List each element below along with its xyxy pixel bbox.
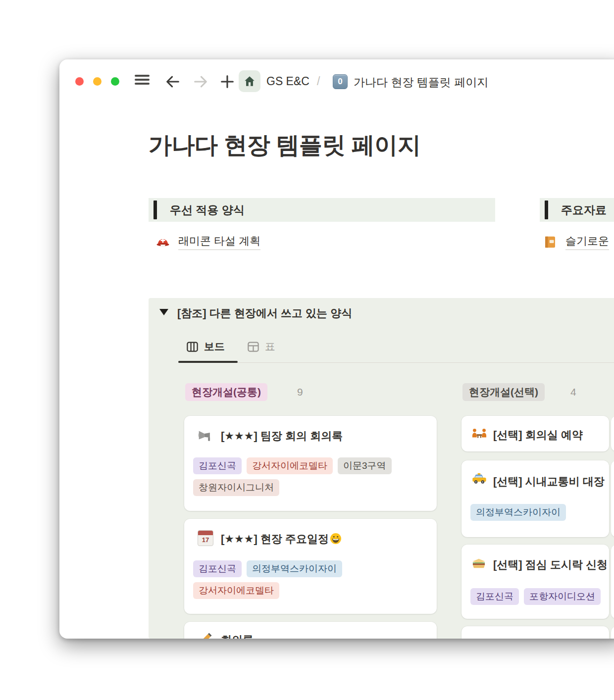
card-title: [선택] 회의실 예약 [493, 428, 609, 443]
toggle-title[interactable]: [참조] 다른 현장에서 쓰고 있는 양식 [177, 306, 352, 321]
card-sliver [611, 416, 614, 451]
column-badge-optional[interactable]: 현장개설(선택) [462, 383, 545, 401]
tag-gangseo-xi-ecodelta: 강서자이에코델타 [193, 582, 279, 599]
right-heading-block: 주요자료 [540, 198, 614, 222]
card-title: [선택] 점심 도시락 신청 [493, 557, 609, 572]
breadcrumb-workspace[interactable]: GS E&C [266, 75, 309, 88]
sidebar-menu-button[interactable] [135, 73, 150, 87]
traffic-light-minimize[interactable] [93, 77, 102, 86]
tab-board-label: 보드 [204, 340, 225, 353]
meeting-people-icon [471, 427, 487, 440]
traffic-light-zoom[interactable] [111, 77, 119, 86]
hamburger-icon [135, 73, 150, 87]
tag-gimpo-singok: 김포신곡 [193, 560, 242, 577]
card-title: [★★★] 팀장 회의 회의록 [221, 429, 433, 444]
arrow-left-icon [164, 73, 181, 90]
new-page-button[interactable] [219, 73, 236, 90]
card-site-key-schedule[interactable]: 17 [★★★] 현장 주요일정 김포신곡 의정부역스카이자이 강서자이에코델타 [184, 519, 437, 614]
right-heading: 주요자료 [561, 202, 607, 218]
card-tags: 김포신곡 포항자이디오션 [470, 588, 609, 605]
writing-hand-icon [198, 632, 213, 639]
card-sliver [611, 460, 614, 537]
arrow-right-icon [192, 73, 209, 90]
column-count-common: 9 [297, 386, 303, 398]
tag-gangseo-xi-ecodelta: 강서자이에코델타 [247, 457, 333, 474]
breadcrumb-page-title[interactable]: 가나다 현장 템플릿 페이지 [354, 75, 488, 90]
grinning-face-icon [330, 533, 342, 545]
app-window: GS E&C / 0 가나다 현장 템플릿 페이지 가나다 현장 템플릿 페이지… [59, 59, 614, 639]
tab-board[interactable]: 보드 [186, 340, 225, 353]
megaphone-icon [197, 428, 213, 443]
active-tab-underline [178, 361, 238, 363]
card-clipped-bottom[interactable] [461, 626, 609, 639]
board-view-icon [186, 340, 199, 353]
link-wise[interactable]: 슬기로운 [565, 234, 609, 250]
traffic-light-close[interactable] [75, 77, 84, 86]
calendar-17-icon: 17 [198, 530, 213, 546]
page-title: 가나다 현장 템플릿 페이지 [149, 130, 420, 161]
card-city-transport-ledger[interactable]: [선택] 시내교통비 대장 의정부역스카이자이 [461, 460, 609, 537]
card-title: [선택] 시내교통비 대장 [493, 474, 609, 489]
tab-table[interactable]: 표 [247, 340, 275, 353]
sandwich-icon [471, 557, 486, 569]
home-icon [243, 75, 256, 88]
tag-imun3-district: 이문3구역 [338, 457, 392, 474]
tag-gimpo-singok: 김포신곡 [470, 588, 519, 605]
quote-bar [545, 200, 548, 219]
link-remicon-plan[interactable]: 래미콘 타설 계획 [178, 234, 260, 250]
card-tags: 김포신곡 강서자이에코델타 이문3구역 창원자이시그니처 [193, 457, 429, 496]
screenshot-canvas: GS E&C / 0 가나다 현장 템플릿 페이지 가나다 현장 템플릿 페이지… [0, 0, 614, 700]
card-title: 회의록 [221, 633, 433, 639]
left-heading: 우선 적용 양식 [170, 202, 245, 218]
card-sliver [611, 545, 614, 619]
tag-gimpo-singok: 김포신곡 [193, 457, 242, 474]
taxi-icon [471, 472, 487, 484]
home-button[interactable] [239, 70, 260, 92]
card-tags: 김포신곡 의정부역스카이자이 강서자이에코델타 [193, 560, 429, 599]
forward-button[interactable] [192, 73, 209, 90]
tag-uijeongbu-sky-xi: 의정부역스카이자이 [470, 504, 566, 521]
plus-icon [219, 73, 236, 90]
card-team-meeting-notes[interactable]: [★★★] 팀장 회의 회의록 김포신곡 강서자이에코델타 이문3구역 창원자이… [184, 416, 437, 511]
left-heading-block: 우선 적용 양식 [149, 198, 495, 222]
toggle-section: [참조] 다른 현장에서 쓰고 있는 양식 보드 표 현장개설(공통) 9 현장… [149, 298, 614, 639]
table-view-icon [247, 340, 260, 353]
tag-changwon-xi-signature: 창원자이시그니처 [193, 479, 279, 496]
tab-table-label: 표 [265, 340, 275, 353]
card-title: [★★★] 현장 주요일정 [221, 532, 433, 547]
tag-uijeongbu-sky-xi: 의정부역스카이자이 [247, 560, 342, 577]
breadcrumb-separator: / [317, 75, 320, 88]
quote-bar [154, 200, 157, 219]
card-meeting-notes-clipped[interactable]: 회의록 [184, 622, 437, 639]
card-meeting-room-booking[interactable]: [선택] 회의실 예약 [461, 416, 609, 451]
card-tags: 의정부역스카이자이 [470, 504, 609, 521]
back-button[interactable] [164, 73, 181, 90]
card-sliver [611, 626, 614, 639]
column-badge-common[interactable]: 현장개설(공통) [185, 383, 267, 401]
tabs-divider [178, 362, 614, 363]
keycap-zero-icon: 0 [333, 74, 348, 89]
card-lunchbox-request[interactable]: [선택] 점심 도시락 신청 김포신곡 포항자이디오션 [461, 545, 609, 619]
tag-pohang-xi-diocean: 포항자이디오션 [524, 588, 601, 605]
left-link-row: 래미콘 타설 계획 [155, 234, 260, 250]
right-link-row: 슬기로운 [543, 234, 609, 250]
ledger-icon [543, 235, 558, 250]
toggle-arrow-icon[interactable] [159, 309, 168, 315]
rescue-helmet-icon [155, 235, 170, 249]
column-count-optional: 4 [570, 386, 576, 398]
